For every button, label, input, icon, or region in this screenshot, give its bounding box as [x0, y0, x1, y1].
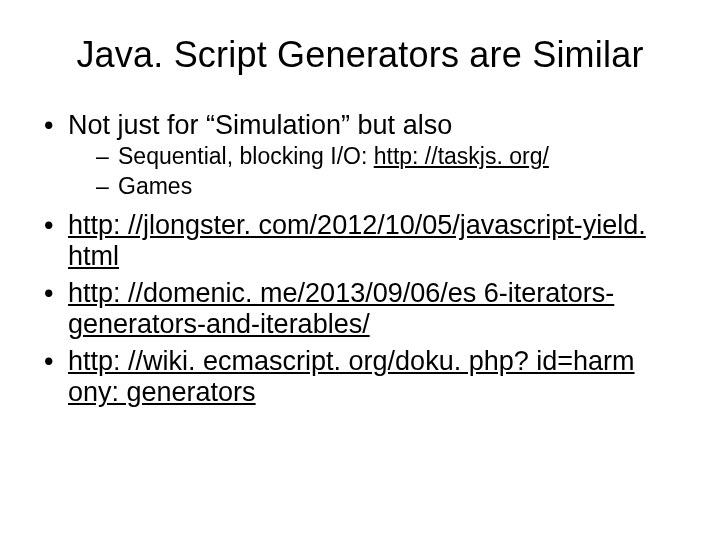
bullet-3-link[interactable]: http: //domenic. me/2013/09/06/es 6-iter… — [68, 278, 614, 339]
bullet-1: Not just for “Simulation” but also Seque… — [40, 110, 680, 200]
subbullet-1-link[interactable]: http: //taskjs. org/ — [374, 143, 549, 169]
subbullet-1: Sequential, blocking I/O: http: //taskjs… — [96, 143, 680, 171]
bullet-1-sublist: Sequential, blocking I/O: http: //taskjs… — [68, 143, 680, 200]
bullet-3: http: //domenic. me/2013/09/06/es 6-iter… — [40, 278, 680, 340]
bullet-4-link[interactable]: http: //wiki. ecmascript. org/doku. php?… — [68, 346, 635, 407]
slide-title: Java. Script Generators are Similar — [40, 34, 680, 76]
bullet-2-link[interactable]: http: //jlongster. com/2012/10/05/javasc… — [68, 210, 646, 271]
bullet-2: http: //jlongster. com/2012/10/05/javasc… — [40, 210, 680, 272]
subbullet-1-prefix: Sequential, blocking I/O: — [118, 143, 374, 169]
bullet-4: http: //wiki. ecmascript. org/doku. php?… — [40, 346, 680, 408]
slide: Java. Script Generators are Similar Not … — [0, 0, 720, 540]
bullet-list: Not just for “Simulation” but also Seque… — [40, 110, 680, 409]
subbullet-2: Games — [96, 173, 680, 201]
bullet-1-text: Not just for “Simulation” but also — [68, 110, 452, 140]
